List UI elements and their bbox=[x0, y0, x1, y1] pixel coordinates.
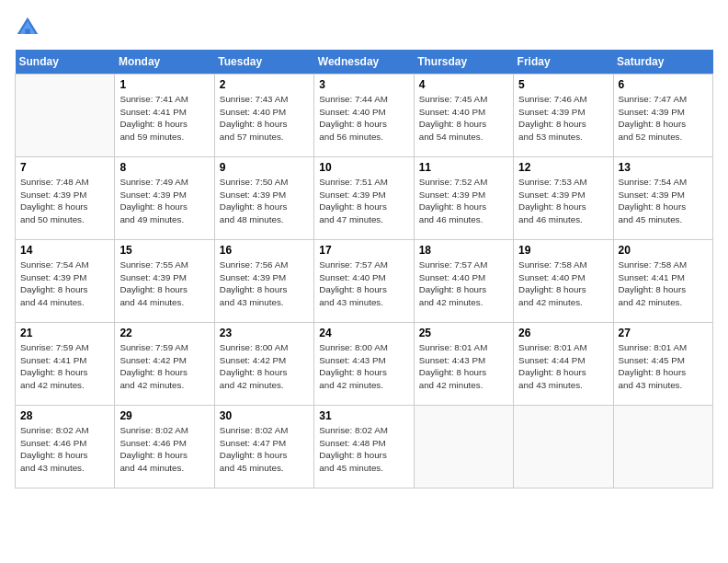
day-info: Sunrise: 7:51 AM Sunset: 4:39 PM Dayligh… bbox=[319, 176, 408, 226]
day-number: 11 bbox=[419, 161, 508, 174]
day-number: 27 bbox=[619, 327, 708, 339]
day-number: 13 bbox=[619, 161, 708, 174]
calendar-cell: 13Sunrise: 7:54 AM Sunset: 4:39 PM Dayli… bbox=[613, 157, 712, 240]
day-info: Sunrise: 8:01 AM Sunset: 4:45 PM Dayligh… bbox=[619, 341, 708, 392]
day-info: Sunrise: 7:55 AM Sunset: 4:39 PM Dayligh… bbox=[119, 259, 209, 309]
day-number: 7 bbox=[20, 161, 109, 174]
calendar-cell: 17Sunrise: 7:57 AM Sunset: 4:40 PM Dayli… bbox=[314, 240, 414, 323]
calendar-cell: 15Sunrise: 7:55 AM Sunset: 4:39 PM Dayli… bbox=[115, 240, 214, 323]
day-number: 21 bbox=[20, 327, 109, 339]
logo-icon bbox=[15, 15, 40, 40]
page-header bbox=[15, 15, 713, 40]
calendar-cell bbox=[414, 406, 513, 488]
day-number: 14 bbox=[20, 244, 109, 257]
calendar-cell: 31Sunrise: 8:02 AM Sunset: 4:48 PM Dayli… bbox=[314, 406, 414, 488]
week-row-3: 14Sunrise: 7:54 AM Sunset: 4:39 PM Dayli… bbox=[16, 240, 713, 323]
week-row-2: 7Sunrise: 7:48 AM Sunset: 4:39 PM Daylig… bbox=[16, 157, 713, 240]
calendar-cell: 20Sunrise: 7:58 AM Sunset: 4:41 PM Dayli… bbox=[613, 240, 712, 323]
logo bbox=[15, 15, 44, 40]
day-number: 1 bbox=[119, 78, 209, 91]
day-info: Sunrise: 8:02 AM Sunset: 4:48 PM Dayligh… bbox=[319, 424, 408, 475]
day-info: Sunrise: 8:02 AM Sunset: 4:47 PM Dayligh… bbox=[220, 424, 309, 475]
day-info: Sunrise: 7:53 AM Sunset: 4:39 PM Dayligh… bbox=[518, 176, 608, 226]
calendar-cell: 23Sunrise: 8:00 AM Sunset: 4:42 PM Dayli… bbox=[214, 323, 313, 406]
day-info: Sunrise: 8:01 AM Sunset: 4:44 PM Dayligh… bbox=[518, 341, 608, 392]
calendar-cell: 9Sunrise: 7:50 AM Sunset: 4:39 PM Daylig… bbox=[214, 157, 313, 240]
calendar-cell: 14Sunrise: 7:54 AM Sunset: 4:39 PM Dayli… bbox=[16, 240, 115, 323]
day-number: 4 bbox=[419, 78, 508, 91]
day-info: Sunrise: 7:41 AM Sunset: 4:41 PM Dayligh… bbox=[119, 93, 209, 144]
calendar-cell: 21Sunrise: 7:59 AM Sunset: 4:41 PM Dayli… bbox=[16, 323, 115, 406]
weekday-header-tuesday: Tuesday bbox=[214, 50, 313, 75]
day-info: Sunrise: 7:54 AM Sunset: 4:39 PM Dayligh… bbox=[20, 259, 109, 309]
calendar-cell: 27Sunrise: 8:01 AM Sunset: 4:45 PM Dayli… bbox=[613, 323, 712, 406]
day-number: 5 bbox=[518, 78, 608, 91]
day-info: Sunrise: 7:57 AM Sunset: 4:40 PM Dayligh… bbox=[319, 259, 408, 309]
calendar-cell: 10Sunrise: 7:51 AM Sunset: 4:39 PM Dayli… bbox=[314, 157, 414, 240]
calendar-cell: 12Sunrise: 7:53 AM Sunset: 4:39 PM Dayli… bbox=[514, 157, 613, 240]
day-number: 18 bbox=[419, 244, 508, 257]
calendar-cell: 7Sunrise: 7:48 AM Sunset: 4:39 PM Daylig… bbox=[16, 157, 115, 240]
day-number: 25 bbox=[419, 327, 508, 339]
calendar-table: SundayMondayTuesdayWednesdayThursdayFrid… bbox=[15, 50, 713, 488]
week-row-1: 1Sunrise: 7:41 AM Sunset: 4:41 PM Daylig… bbox=[16, 75, 713, 157]
day-info: Sunrise: 7:49 AM Sunset: 4:39 PM Dayligh… bbox=[119, 176, 209, 226]
calendar-cell: 16Sunrise: 7:56 AM Sunset: 4:39 PM Dayli… bbox=[214, 240, 313, 323]
calendar-cell: 19Sunrise: 7:58 AM Sunset: 4:40 PM Dayli… bbox=[514, 240, 613, 323]
week-row-4: 21Sunrise: 7:59 AM Sunset: 4:41 PM Dayli… bbox=[16, 323, 713, 406]
calendar-cell: 3Sunrise: 7:44 AM Sunset: 4:40 PM Daylig… bbox=[314, 75, 414, 157]
calendar-cell: 22Sunrise: 7:59 AM Sunset: 4:42 PM Dayli… bbox=[115, 323, 214, 406]
weekday-header-sunday: Sunday bbox=[16, 50, 115, 75]
day-info: Sunrise: 8:02 AM Sunset: 4:46 PM Dayligh… bbox=[20, 424, 109, 475]
day-number: 12 bbox=[518, 161, 608, 174]
day-info: Sunrise: 7:57 AM Sunset: 4:40 PM Dayligh… bbox=[419, 259, 508, 309]
day-number: 24 bbox=[319, 327, 408, 339]
day-info: Sunrise: 7:48 AM Sunset: 4:39 PM Dayligh… bbox=[20, 176, 109, 226]
day-number: 19 bbox=[518, 244, 608, 257]
day-info: Sunrise: 7:47 AM Sunset: 4:39 PM Dayligh… bbox=[619, 93, 708, 144]
calendar-cell: 6Sunrise: 7:47 AM Sunset: 4:39 PM Daylig… bbox=[613, 75, 712, 157]
calendar-cell: 4Sunrise: 7:45 AM Sunset: 4:40 PM Daylig… bbox=[414, 75, 513, 157]
day-info: Sunrise: 7:59 AM Sunset: 4:42 PM Dayligh… bbox=[119, 341, 209, 392]
day-number: 30 bbox=[220, 409, 309, 422]
day-number: 9 bbox=[220, 161, 309, 174]
day-number: 17 bbox=[319, 244, 408, 257]
day-number: 22 bbox=[119, 327, 209, 339]
calendar-cell: 25Sunrise: 8:01 AM Sunset: 4:43 PM Dayli… bbox=[414, 323, 513, 406]
calendar-cell: 26Sunrise: 8:01 AM Sunset: 4:44 PM Dayli… bbox=[514, 323, 613, 406]
day-info: Sunrise: 7:46 AM Sunset: 4:39 PM Dayligh… bbox=[518, 93, 608, 144]
weekday-header-wednesday: Wednesday bbox=[314, 50, 414, 75]
week-row-5: 28Sunrise: 8:02 AM Sunset: 4:46 PM Dayli… bbox=[16, 406, 713, 488]
calendar-cell bbox=[613, 406, 712, 488]
day-number: 23 bbox=[220, 327, 309, 339]
day-info: Sunrise: 7:50 AM Sunset: 4:39 PM Dayligh… bbox=[220, 176, 309, 226]
day-info: Sunrise: 8:02 AM Sunset: 4:46 PM Dayligh… bbox=[119, 424, 209, 475]
day-number: 3 bbox=[319, 78, 408, 91]
day-info: Sunrise: 7:44 AM Sunset: 4:40 PM Dayligh… bbox=[319, 93, 408, 144]
day-info: Sunrise: 7:52 AM Sunset: 4:39 PM Dayligh… bbox=[419, 176, 508, 226]
calendar-cell bbox=[514, 406, 613, 488]
day-info: Sunrise: 7:58 AM Sunset: 4:41 PM Dayligh… bbox=[619, 259, 708, 309]
weekday-header-saturday: Saturday bbox=[613, 50, 712, 75]
day-number: 29 bbox=[119, 409, 209, 422]
day-info: Sunrise: 7:45 AM Sunset: 4:40 PM Dayligh… bbox=[419, 93, 508, 144]
day-info: Sunrise: 7:43 AM Sunset: 4:40 PM Dayligh… bbox=[220, 93, 309, 144]
calendar-cell: 5Sunrise: 7:46 AM Sunset: 4:39 PM Daylig… bbox=[514, 75, 613, 157]
svg-rect-2 bbox=[25, 29, 30, 34]
calendar-cell: 30Sunrise: 8:02 AM Sunset: 4:47 PM Dayli… bbox=[214, 406, 313, 488]
day-number: 28 bbox=[20, 409, 109, 422]
day-info: Sunrise: 7:59 AM Sunset: 4:41 PM Dayligh… bbox=[20, 341, 109, 392]
day-info: Sunrise: 8:00 AM Sunset: 4:43 PM Dayligh… bbox=[319, 341, 408, 392]
day-number: 31 bbox=[319, 409, 408, 422]
day-info: Sunrise: 7:56 AM Sunset: 4:39 PM Dayligh… bbox=[220, 259, 309, 309]
weekday-header-monday: Monday bbox=[115, 50, 214, 75]
calendar-cell: 24Sunrise: 8:00 AM Sunset: 4:43 PM Dayli… bbox=[314, 323, 414, 406]
day-number: 20 bbox=[619, 244, 708, 257]
day-number: 16 bbox=[220, 244, 309, 257]
day-number: 2 bbox=[220, 78, 309, 91]
day-number: 8 bbox=[119, 161, 209, 174]
calendar-cell: 28Sunrise: 8:02 AM Sunset: 4:46 PM Dayli… bbox=[16, 406, 115, 488]
calendar-cell: 29Sunrise: 8:02 AM Sunset: 4:46 PM Dayli… bbox=[115, 406, 214, 488]
weekday-header-friday: Friday bbox=[514, 50, 613, 75]
calendar-cell: 1Sunrise: 7:41 AM Sunset: 4:41 PM Daylig… bbox=[115, 75, 214, 157]
